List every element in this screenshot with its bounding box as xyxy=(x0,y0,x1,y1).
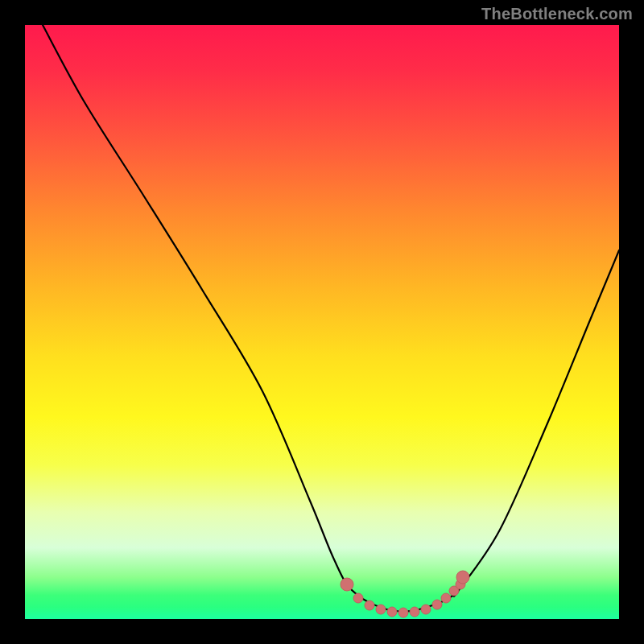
marker-dot xyxy=(410,607,419,617)
marker-dot xyxy=(441,593,451,603)
bottleneck-curve-svg xyxy=(25,25,619,619)
marker-dot xyxy=(456,571,469,584)
marker-dot xyxy=(398,608,408,617)
marker-dot xyxy=(387,607,397,617)
marker-dot xyxy=(376,605,386,614)
watermark-text: TheBottleneck.com xyxy=(481,5,633,23)
marker-dot xyxy=(353,593,363,603)
bottom-marker-dots xyxy=(341,571,469,617)
bottleneck-curve xyxy=(43,25,619,611)
plot-area xyxy=(25,25,619,619)
marker-dot xyxy=(432,600,442,609)
marker-dot xyxy=(365,601,374,610)
marker-dot xyxy=(341,578,353,591)
chart-frame: TheBottleneck.com xyxy=(0,0,644,644)
marker-dot xyxy=(421,605,431,614)
